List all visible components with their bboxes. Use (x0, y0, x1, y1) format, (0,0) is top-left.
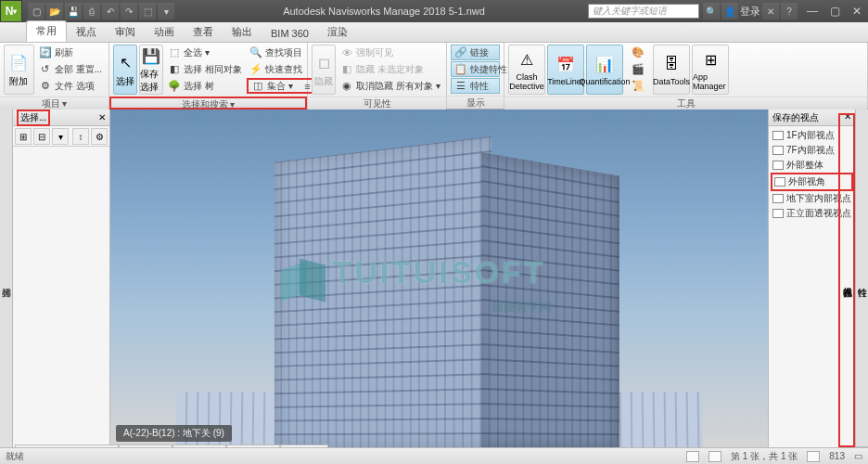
qat-select-icon[interactable]: ⬚ (139, 3, 156, 19)
append-icon: 📄 (7, 51, 30, 73)
camera-icon (772, 209, 784, 218)
panel-select-search: ↖选择 💾保存选择 ⬚全选 ▾ ◧选择 相同对象 🌳选择 树 🔍查找项目 ⚡快速… (109, 43, 308, 109)
file-options-button[interactable]: ⚙文件 选项 (36, 78, 105, 94)
help-icon[interactable]: ? (781, 3, 798, 19)
animator-button[interactable]: 🎬 (629, 61, 647, 77)
qat-undo-icon[interactable]: ↶ (102, 3, 119, 19)
datatools-icon: 🗄 (660, 53, 683, 75)
scripter-button[interactable]: 📜 (629, 78, 647, 94)
selection-tree-header[interactable]: 选择... ✕ (13, 110, 109, 126)
autodesk-rendering-button[interactable]: 🎨 (629, 45, 647, 60)
quick-access-toolbar: ▢ 📂 💾 ⎙ ↶ ↷ ⬚ ▾ (22, 3, 180, 19)
camera-icon (772, 131, 784, 140)
selection-tree-button[interactable]: 🌳选择 树 (165, 78, 245, 94)
hide-button[interactable]: ◻隐藏 (312, 45, 336, 95)
selection-tree-title: 选择... (17, 110, 50, 126)
reset-all-button[interactable]: ↺全部 重置... (36, 61, 105, 77)
qat-new-icon[interactable]: ▢ (28, 3, 45, 19)
unhide-all-button[interactable]: ◉取消隐藏 所有对象 ▾ (338, 78, 443, 94)
hide-unselected-button[interactable]: ◧隐藏 未选定对象 (338, 61, 443, 77)
right-tab-properties[interactable]: 特性 (855, 113, 868, 447)
datatools-button[interactable]: 🗄DataTools (653, 45, 690, 95)
maximize-button[interactable]: ▢ (823, 2, 846, 20)
user-icon[interactable]: 👤 (721, 3, 738, 19)
tab-animation[interactable]: 动画 (145, 22, 184, 42)
append-button[interactable]: 📄附加 (4, 45, 34, 95)
tree-btn-5[interactable]: ⚙ (91, 128, 108, 145)
status-pages: 第 1 张，共 1 张 (731, 450, 798, 463)
tree-icon: 🌳 (168, 80, 181, 93)
tab-render[interactable]: 渲染 (318, 22, 357, 42)
qat-save-icon[interactable]: 💾 (65, 3, 82, 19)
tab-viewpoint[interactable]: 视点 (67, 22, 106, 42)
right-tab-saved-views[interactable]: 保存的视点 (838, 113, 855, 447)
clash-button[interactable]: ⚠Clash Detective (508, 45, 545, 95)
save-selection-button[interactable]: 💾保存选择 (139, 45, 163, 95)
camera-icon (772, 161, 784, 170)
camera-icon (774, 177, 785, 187)
tree-btn-2[interactable]: ⊟ (33, 128, 50, 145)
appmanager-button[interactable]: ⊞App Manager (692, 45, 729, 95)
tab-view[interactable]: 查看 (184, 22, 223, 42)
clash-icon: ⚠ (516, 48, 538, 71)
tab-review[interactable]: 审阅 (106, 22, 145, 42)
anim-icon: 🎬 (632, 63, 645, 76)
watermark-logo (281, 258, 337, 304)
status-bar: 就绪 第 1 张，共 1 张 813 ▭ (0, 447, 868, 464)
refresh-button[interactable]: 🔄刷新 (36, 45, 105, 60)
ribbon: 📄附加 🔄刷新 ↺全部 重置... ⚙文件 选项 项目 ▾ ↖选择 💾保存选择 … (0, 43, 868, 110)
bottom-docked-tabs: Quantification 工作簿 项目目录 资源目录 Animator Sc… (15, 430, 328, 447)
qat-redo-icon[interactable]: ↷ (121, 3, 137, 19)
tab-bim360[interactable]: BIM 360 (262, 25, 318, 42)
quickfind-icon: ⚡ (249, 63, 262, 76)
select-all-button[interactable]: ⬚全选 ▾ (165, 45, 245, 60)
status-mem-icon: ▭ (854, 451, 862, 461)
qat-more-icon[interactable]: ▾ (158, 3, 174, 19)
status-disk-icon (807, 451, 820, 462)
select-button[interactable]: ↖选择 (113, 45, 137, 95)
tab-home[interactable]: 常用 (26, 20, 67, 42)
panel-tools: ⚠Clash Detective 📅TimeLiner 📊Quantificat… (504, 43, 868, 109)
select-same-button[interactable]: ◧选择 相同对象 (165, 61, 245, 77)
window-title: Autodesk Navisworks Manage 2018 5-1.nwd (180, 6, 588, 17)
tree-btn-1[interactable]: ⊞ (15, 128, 32, 145)
properties-button[interactable]: ☰特性 (451, 78, 500, 94)
close-button[interactable]: ✕ (846, 2, 868, 20)
links-icon: 🔗 (454, 46, 467, 59)
status-num: 813 (829, 451, 845, 461)
find-icon: 🔍 (249, 46, 262, 59)
qat-print-icon[interactable]: ⎙ (83, 3, 100, 19)
minimize-button[interactable]: — (801, 2, 823, 20)
camera-icon (772, 194, 784, 203)
help-search-input[interactable]: 键入关键字或短语 (588, 4, 699, 19)
qat-open-icon[interactable]: 📂 (46, 3, 63, 19)
login-label[interactable]: 登录 (740, 5, 760, 19)
require-icon: 👁 (340, 46, 353, 59)
panel-project-label: 项目 ▾ (0, 97, 108, 110)
panel-tools-label: 工具 (504, 97, 867, 110)
panel-visibility: ◻隐藏 👁强制可见 ◧隐藏 未选定对象 ◉取消隐藏 所有对象 ▾ 可见性 (308, 43, 447, 109)
status-text: 就绪 (6, 450, 24, 463)
panel-close-icon[interactable]: ✕ (98, 112, 106, 122)
tree-btn-4[interactable]: ↕ (72, 128, 89, 145)
search-icon[interactable]: 🔍 (703, 3, 720, 19)
options-icon: ⚙ (39, 80, 52, 93)
status-thumb-2[interactable] (708, 451, 721, 462)
quick-props-button[interactable]: 📋快捷特性 (451, 61, 500, 77)
panel-display-label: 显示 (447, 96, 504, 109)
hideun-icon: ◧ (340, 63, 353, 76)
select-all-icon: ⬚ (168, 46, 181, 59)
app-icon[interactable]: N▾ (0, 0, 22, 22)
viewport-3d[interactable]: TUITUISOFT 腿腿教学网 A(-22)-B(12) : 地下关 (9) (110, 110, 768, 447)
tab-output[interactable]: 输出 (223, 22, 262, 42)
require-button[interactable]: 👁强制可见 (338, 45, 443, 60)
links-button[interactable]: 🔗链接 (451, 45, 500, 60)
left-rail[interactable]: 选择树 (0, 110, 13, 447)
qprops-icon: 📋 (454, 63, 467, 76)
timeliner-button[interactable]: 📅TimeLiner (547, 45, 584, 95)
status-thumb-1[interactable] (686, 451, 699, 462)
tree-btn-3[interactable]: ▾ (52, 128, 69, 145)
quantification-button[interactable]: 📊Quantification (586, 45, 623, 95)
right-pane: 保存的视点✕ 1F内部视点 7F内部视点 外部整体 外部视角 地下室内部视点 正… (768, 110, 868, 447)
exchange-icon[interactable]: ✕ (762, 3, 779, 19)
